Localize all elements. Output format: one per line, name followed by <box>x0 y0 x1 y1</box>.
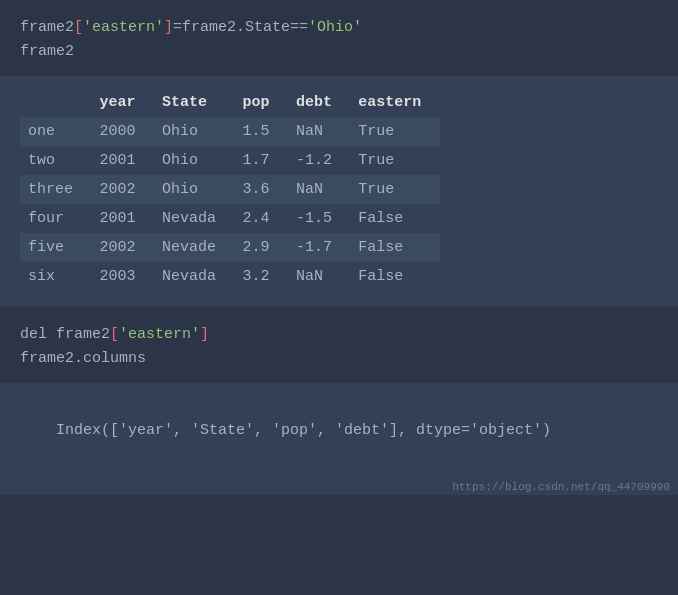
col-header-year: year <box>92 88 154 117</box>
table-cell: 2000 <box>92 117 154 146</box>
table-cell-index: five <box>20 233 92 262</box>
table-cell: -1.2 <box>288 146 350 175</box>
col-header-pop: pop <box>235 88 288 117</box>
code-frame2: frame2 <box>20 43 74 60</box>
data-table: year State pop debt eastern one2000Ohio1… <box>20 88 440 291</box>
output-section: Index(['year', 'State', 'pop', 'debt'], … <box>0 383 678 479</box>
bottom-code-section: del frame2['eastern'] frame2.columns <box>0 307 678 383</box>
table-cell: True <box>350 175 440 204</box>
code-prefix-1: frame2 <box>20 19 74 36</box>
table-row: four2001Nevada2.4-1.5False <box>20 204 440 233</box>
table-cell: Nevada <box>154 204 235 233</box>
table-cell-index: three <box>20 175 92 204</box>
table-cell: 2001 <box>92 146 154 175</box>
output-text: Index(['year', 'State', 'pop', 'debt'], … <box>56 422 551 439</box>
table-cell: Nevada <box>154 262 235 291</box>
table-cell-index: six <box>20 262 92 291</box>
table-cell: 3.2 <box>235 262 288 291</box>
code-del-key: 'eastern' <box>119 326 200 343</box>
table-cell: NaN <box>288 175 350 204</box>
table-cell: True <box>350 146 440 175</box>
code-equals: =frame2. <box>173 19 245 36</box>
code-ohio-val: 'Ohio' <box>308 19 362 36</box>
table-row: three2002Ohio3.6NaNTrue <box>20 175 440 204</box>
code-del-line: del frame2['eastern'] <box>20 323 658 347</box>
code-del-bracket-open: [ <box>110 326 119 343</box>
code-bracket-close: ] <box>164 19 173 36</box>
col-header-eastern: eastern <box>350 88 440 117</box>
table-cell: True <box>350 117 440 146</box>
table-cell: 1.5 <box>235 117 288 146</box>
table-cell: -1.7 <box>288 233 350 262</box>
col-header-index <box>20 88 92 117</box>
table-cell: 1.7 <box>235 146 288 175</box>
table-cell: 3.6 <box>235 175 288 204</box>
code-del-prefix: del frame2 <box>20 326 110 343</box>
code-columns-text: frame2.columns <box>20 350 146 367</box>
table-cell: -1.5 <box>288 204 350 233</box>
table-cell: False <box>350 262 440 291</box>
code-del-bracket-close: ] <box>200 326 209 343</box>
data-table-section: year State pop debt eastern one2000Ohio1… <box>0 76 678 307</box>
table-cell: 2003 <box>92 262 154 291</box>
watermark-bar: https://blog.csdn.net/qq_44709990 <box>0 479 678 495</box>
table-row: two2001Ohio1.7-1.2True <box>20 146 440 175</box>
table-cell: NaN <box>288 262 350 291</box>
table-cell: Ohio <box>154 117 235 146</box>
table-cell: 2002 <box>92 175 154 204</box>
table-row: six2003Nevada3.2NaNFalse <box>20 262 440 291</box>
code-key-eastern: 'eastern' <box>83 19 164 36</box>
table-cell-index: one <box>20 117 92 146</box>
table-cell: Nevade <box>154 233 235 262</box>
table-cell: 2002 <box>92 233 154 262</box>
table-cell: 2001 <box>92 204 154 233</box>
table-cell: 2.9 <box>235 233 288 262</box>
col-header-state: State <box>154 88 235 117</box>
table-cell: 2.4 <box>235 204 288 233</box>
table-cell: False <box>350 233 440 262</box>
table-cell: Ohio <box>154 175 235 204</box>
col-header-debt: debt <box>288 88 350 117</box>
watermark-text: https://blog.csdn.net/qq_44709990 <box>452 481 670 493</box>
code-line-2: frame2 <box>20 40 658 64</box>
table-body: one2000Ohio1.5NaNTruetwo2001Ohio1.7-1.2T… <box>20 117 440 291</box>
table-header-row: year State pop debt eastern <box>20 88 440 117</box>
table-cell-index: four <box>20 204 92 233</box>
code-columns-line: frame2.columns <box>20 347 658 371</box>
code-line-1: frame2['eastern']=frame2.State=='Ohio' <box>20 16 658 40</box>
table-row: five2002Nevade2.9-1.7False <box>20 233 440 262</box>
table-cell: NaN <box>288 117 350 146</box>
table-cell: False <box>350 204 440 233</box>
table-cell-index: two <box>20 146 92 175</box>
table-row: one2000Ohio1.5NaNTrue <box>20 117 440 146</box>
code-state-label: State== <box>245 19 308 36</box>
code-bracket-open: [ <box>74 19 83 36</box>
output-line: Index(['year', 'State', 'pop', 'debt'], … <box>20 395 658 467</box>
table-cell: Ohio <box>154 146 235 175</box>
top-code-section: frame2['eastern']=frame2.State=='Ohio' f… <box>0 0 678 76</box>
